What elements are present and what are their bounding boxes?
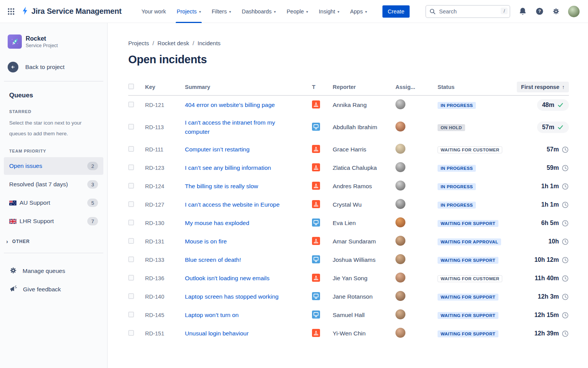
row-checkbox[interactable] (128, 164, 134, 170)
row-checkbox[interactable] (128, 201, 134, 207)
column-reporter[interactable]: Reporter (333, 84, 395, 90)
issue-summary-link[interactable]: Mouse is on fire (185, 233, 247, 250)
queue-count-badge: 2 (87, 162, 98, 170)
reporter-name: Yi-Wen Chin (333, 330, 395, 337)
issue-summary-link[interactable]: I can’t see any billing information (185, 159, 291, 176)
settings-gear-icon[interactable] (552, 7, 560, 15)
table-row[interactable]: RD-151 Unusual login behaviour Yi-Wen Ch… (128, 324, 569, 343)
sla-clock-icon (562, 238, 569, 245)
assignee-avatar[interactable] (395, 291, 405, 301)
notifications-bell-icon[interactable] (518, 7, 527, 16)
column-type[interactable]: T (312, 84, 333, 90)
user-avatar[interactable] (568, 6, 580, 17)
row-checkbox[interactable] (128, 102, 134, 107)
assignee-avatar[interactable] (395, 122, 405, 131)
other-section-toggle[interactable]: › OTHER (0, 238, 107, 244)
queue-item-au-support[interactable]: AU Support5 (4, 194, 103, 212)
create-button[interactable]: Create (382, 5, 410, 18)
nav-item-people[interactable]: People▾ (281, 0, 314, 23)
queue-item-lhr-support[interactable]: LHR Support7 (4, 212, 103, 230)
table-row[interactable]: RD-140 Laptop screen has stopped working… (128, 288, 569, 306)
nav-item-filters[interactable]: Filters▾ (206, 0, 237, 23)
row-checkbox[interactable] (128, 330, 134, 336)
assignee-avatar[interactable] (395, 162, 405, 172)
assignee-avatar[interactable] (395, 273, 405, 283)
column-key[interactable]: Key (145, 84, 185, 90)
issue-summary-link[interactable]: My mouse has exploded (185, 215, 269, 232)
assignee-avatar[interactable] (395, 236, 405, 246)
other-label: OTHER (12, 239, 30, 244)
issue-summary-link[interactable]: Computer isn’t restarting (185, 141, 270, 158)
search-input[interactable] (425, 5, 510, 18)
nav-item-your-work[interactable]: Your work (136, 0, 172, 23)
nav-item-apps[interactable]: Apps▾ (345, 0, 372, 23)
column-first-response-sort[interactable]: First response ↑ (517, 82, 569, 92)
nav-item-dashboards[interactable]: Dashboards▾ (236, 0, 281, 23)
back-to-project-button[interactable]: Back to project (0, 62, 107, 72)
assignee-avatar[interactable] (395, 99, 405, 109)
assignee-avatar[interactable] (395, 144, 405, 154)
table-row[interactable]: RD-127 I can’t access the website in Eur… (128, 196, 569, 214)
issue-summary-link[interactable]: 404 error on website’s billing page (185, 97, 295, 113)
table-row[interactable]: RD-131 Mouse is on fire Amar Sundaram WA… (128, 232, 569, 251)
row-checkbox[interactable] (128, 275, 134, 281)
breadcrumb-project-desk[interactable]: Rocket desk (157, 40, 189, 46)
assignee-avatar[interactable] (395, 217, 405, 227)
table-row[interactable]: RD-136 Outlook isn't loading new emails … (128, 269, 569, 288)
issue-summary-link[interactable]: I can't access the intranet from my comp… (185, 114, 312, 140)
row-checkbox[interactable] (128, 220, 134, 225)
status-badge: WAITING FOR CUSTOMER (438, 275, 502, 282)
row-checkbox[interactable] (128, 312, 134, 317)
table-row[interactable]: RD-121 404 error on website’s billing pa… (128, 96, 569, 114)
assignee-avatar[interactable] (395, 328, 405, 338)
assignee-avatar[interactable] (395, 199, 405, 209)
nav-item-label: Apps (350, 8, 363, 15)
help-icon[interactable]: ? (535, 7, 544, 16)
column-status[interactable]: Status (438, 84, 510, 90)
column-summary[interactable]: Summary (185, 84, 312, 90)
queue-name: AU Support (20, 199, 50, 206)
row-checkbox[interactable] (128, 183, 134, 189)
give-feedback-button[interactable]: Give feedback (0, 280, 107, 299)
table-row[interactable]: RD-123 I can’t see any billing informati… (128, 159, 569, 177)
select-all-checkbox[interactable] (128, 84, 134, 89)
issue-summary-link[interactable]: Laptop screen has stopped working (185, 288, 299, 305)
issue-summary-link[interactable]: I can’t access the website in Europe (185, 196, 299, 213)
table-row[interactable]: RD-124 The billing site is really slow A… (128, 177, 569, 196)
nav-item-insight[interactable]: Insight▾ (314, 0, 345, 23)
table-row[interactable]: RD-111 Computer isn’t restarting Grace H… (128, 140, 569, 159)
table-row[interactable]: RD-113 I can't access the intranet from … (128, 114, 569, 140)
sla-clock-icon (562, 146, 569, 153)
app-switcher-icon[interactable] (7, 7, 15, 16)
queue-item-resolved-last-7-days-[interactable]: Resolved (last 7 days)3 (4, 176, 103, 193)
issue-summary-link[interactable]: Outlook isn't loading new emails (185, 270, 289, 287)
assignee-avatar[interactable] (395, 309, 405, 319)
issue-summary-link[interactable]: Blue screen of death! (185, 251, 261, 268)
issue-summary-link[interactable]: Unusual login behaviour (185, 325, 268, 342)
manage-queues-button[interactable]: Manage queues (0, 262, 107, 280)
status-badge: ON HOLD (438, 124, 465, 131)
first-response-time: 1h 1m (541, 183, 569, 190)
nav-item-label: Filters (212, 8, 227, 15)
row-checkbox[interactable] (128, 146, 134, 152)
issue-summary-link[interactable]: Laptop won’t turn on (185, 307, 258, 324)
row-checkbox[interactable] (128, 124, 134, 130)
table-row[interactable]: RD-133 Blue screen of death! Joshua Will… (128, 251, 569, 269)
issue-key: RD-124 (145, 183, 185, 189)
issue-summary-link[interactable]: The billing site is really slow (185, 178, 278, 195)
breadcrumb-projects[interactable]: Projects (128, 40, 149, 46)
reporter-name: Amar Sundaram (333, 238, 395, 245)
app-logo[interactable]: Jira Service Management (21, 6, 122, 17)
queue-item-open-issues[interactable]: Open issues2 (4, 157, 103, 175)
assignee-avatar[interactable] (395, 181, 405, 191)
assignee-avatar[interactable] (395, 254, 405, 264)
column-assignee[interactable]: Assig... (395, 84, 438, 90)
nav-item-projects[interactable]: Projects▾ (171, 0, 206, 23)
table-row[interactable]: RD-145 Laptop won’t turn on Samuel Hall … (128, 306, 569, 324)
breadcrumb-incidents[interactable]: Incidents (198, 40, 220, 46)
time-value: 1h 1m (541, 183, 559, 190)
row-checkbox[interactable] (128, 293, 134, 299)
row-checkbox[interactable] (128, 238, 134, 244)
table-row[interactable]: RD-130 My mouse has exploded Eva Lien WA… (128, 214, 569, 232)
row-checkbox[interactable] (128, 256, 134, 262)
